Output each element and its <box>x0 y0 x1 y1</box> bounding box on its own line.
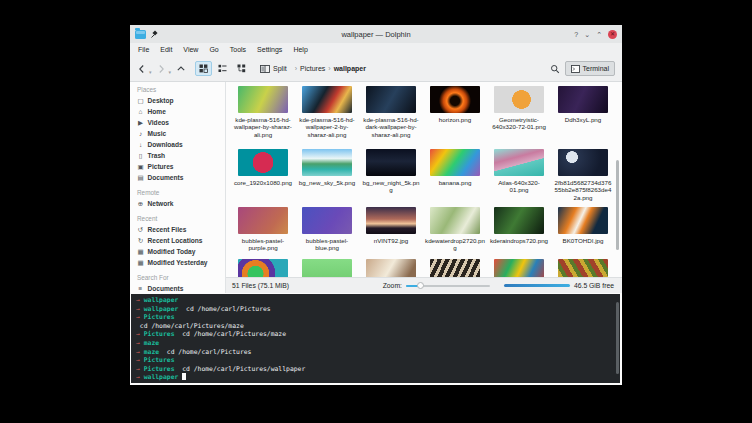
autumn-pattern-thumb[interactable] <box>558 259 608 277</box>
menu-tools[interactable]: Tools <box>230 46 246 53</box>
file-item[interactable]: kderaindrops720.png <box>487 205 551 257</box>
purple-space-thumb[interactable] <box>558 86 608 113</box>
titlebar[interactable]: wallpaper — Dolphin ? ⌄ ⌃ ✕ <box>130 25 622 43</box>
sidebar-item-documents[interactable]: ▤Documents <box>137 172 223 183</box>
sidebar-item-desktop[interactable]: ▢Desktop <box>137 95 223 106</box>
sidebar-item-downloads[interactable]: ↓Downloads <box>137 139 223 150</box>
sidebar-item-network[interactable]: ⊕Network <box>137 198 223 209</box>
menu-view[interactable]: View <box>183 46 198 53</box>
file-view[interactable]: kde-plasma-516-hd-wallpaper-by-sharaz-al… <box>226 82 622 277</box>
forward-history-caret-icon[interactable]: ▾ <box>169 69 172 75</box>
mountain-lake-thumb[interactable] <box>302 149 352 176</box>
crimson-circle-teal-thumb[interactable] <box>238 149 288 176</box>
file-item[interactable]: Ddh3xyL.png <box>551 84 615 147</box>
file-item[interactable]: banana.png <box>423 147 487 205</box>
file-view-scrollbar[interactable] <box>616 160 619 250</box>
help-button[interactable]: ? <box>574 30 578 39</box>
close-button[interactable]: ✕ <box>608 30 617 39</box>
maximize-button[interactable]: ⌃ <box>596 30 602 39</box>
menu-settings[interactable]: Settings <box>257 46 282 53</box>
zoom-slider-handle[interactable] <box>417 282 424 289</box>
sidebar-item-recent-locations[interactable]: ↻Recent Locations <box>137 235 223 246</box>
rainbow-swirl-thumb[interactable] <box>430 149 480 176</box>
dark-stripes-thumb[interactable] <box>430 259 480 277</box>
menu-edit[interactable]: Edit <box>160 46 172 53</box>
file-item[interactable] <box>231 257 295 277</box>
night-landscape-thumb[interactable] <box>366 149 416 176</box>
menu-help[interactable]: Help <box>293 46 307 53</box>
breadcrumb-wallpaper[interactable]: wallpaper <box>334 65 366 72</box>
downloads-icon: ↓ <box>137 141 144 148</box>
up-button[interactable] <box>176 64 186 73</box>
concentric-rings-thumb[interactable] <box>238 259 288 277</box>
back-button[interactable] <box>137 64 146 74</box>
bird-nature-thumb[interactable] <box>366 259 416 277</box>
sidebar-item-modified-yesterday[interactable]: ▦Modified Yesterday <box>137 257 223 268</box>
abstract-green-purple-thumb[interactable] <box>238 86 288 113</box>
zoom-slider[interactable] <box>406 282 490 290</box>
file-item[interactable] <box>423 257 487 277</box>
sidebar-item-pictures[interactable]: ▣Pictures <box>137 161 223 172</box>
file-item[interactable]: 2fb81d5682734d37655bb2e875f8263de42a.png <box>551 147 615 205</box>
file-item[interactable]: bubbles-pastel-purple.png <box>231 205 295 257</box>
file-item[interactable] <box>295 257 359 277</box>
bubbles-blue-thumb[interactable] <box>302 207 352 234</box>
sidebar-item-music[interactable]: ♪Music <box>137 128 223 139</box>
file-item[interactable] <box>551 257 615 277</box>
abstract-blue-red-thumb[interactable] <box>302 86 352 113</box>
leaf-raindrops-thumb[interactable] <box>494 207 544 234</box>
file-item[interactable]: Atlas-640x320-01.png <box>487 147 551 205</box>
file-item[interactable] <box>359 257 423 277</box>
terminal-toggle-button[interactable]: Terminal <box>565 61 615 76</box>
split-button-label: Split <box>273 65 287 72</box>
orange-circle-thumb[interactable] <box>494 86 544 113</box>
file-item[interactable]: core_1920x1080.png <box>231 147 295 205</box>
forward-button[interactable] <box>157 64 166 74</box>
terminal-scrollbar[interactable] <box>616 302 619 374</box>
minimize-button[interactable]: ⌄ <box>584 30 590 39</box>
tree-view-button[interactable] <box>233 61 250 76</box>
file-item[interactable]: nVINT92.jpg <box>359 205 423 257</box>
menu-file[interactable]: File <box>138 46 149 53</box>
file-item[interactable]: bg_new_night_5k.png <box>359 147 423 205</box>
moon-space-thumb[interactable] <box>558 149 608 176</box>
sidebar-item-videos[interactable]: ▶Videos <box>137 117 223 128</box>
sidebar-item-recent-files[interactable]: ↺Recent Files <box>137 224 223 235</box>
back-history-caret-icon[interactable]: ▾ <box>149 69 152 75</box>
colorful-noise-thumb[interactable] <box>494 259 544 277</box>
details-view-button[interactable] <box>214 61 231 76</box>
breadcrumb-pictures[interactable]: Pictures <box>300 65 325 72</box>
search-button[interactable] <box>550 64 560 74</box>
sidebar-item-home[interactable]: ⌂Home <box>137 106 223 117</box>
sidebar-item-label: Recent Files <box>148 226 187 233</box>
file-item[interactable]: bg_new_sky_5k.png <box>295 147 359 205</box>
file-item[interactable]: kde-plasma-516-hd-dark-wallpaper-by-shar… <box>359 84 423 147</box>
leaves-waterdrop-thumb[interactable] <box>430 207 480 234</box>
recent-locations-icon: ↻ <box>137 237 144 245</box>
file-item[interactable] <box>487 257 551 277</box>
sunset-dusk-thumb[interactable] <box>366 207 416 234</box>
black-hole-thumb[interactable] <box>430 86 480 113</box>
icons-view-button[interactable] <box>195 61 212 76</box>
image-placeholder-thumb[interactable] <box>302 259 352 277</box>
terminal-panel[interactable]: → wallpaper→ wallpaper cd /home/carl/Pic… <box>131 294 620 383</box>
dolphin-window: wallpaper — Dolphin ? ⌄ ⌃ ✕ FileEditView… <box>130 25 622 385</box>
sidebar-item-trash[interactable]: ▯Trash <box>137 150 223 161</box>
file-item[interactable]: horizon.png <box>423 84 487 147</box>
menu-go[interactable]: Go <box>209 46 218 53</box>
file-item[interactable]: Geometryistic-640x320-72-01.png <box>487 84 551 147</box>
file-item[interactable]: kdewaterdrop2720.png <box>423 205 487 257</box>
teal-pink-abstract-thumb[interactable] <box>494 149 544 176</box>
split-button[interactable]: Split <box>260 65 287 73</box>
file-item[interactable]: bubbles-pastel-blue.png <box>295 205 359 257</box>
sidebar-item-documents[interactable]: ≡Documents <box>137 283 223 293</box>
places-panel: Places▢Desktop⌂Home▶Videos♪Music↓Downloa… <box>130 82 226 293</box>
file-item[interactable]: kde-plasma-516-hd-wallpaper-by-sharaz-al… <box>231 84 295 147</box>
file-item[interactable]: BK0TOHDI.jpg <box>551 205 615 257</box>
koi-fish-thumb[interactable] <box>558 207 608 234</box>
bubbles-purple-thumb[interactable] <box>238 207 288 234</box>
sidebar-item-modified-today[interactable]: ▦Modified Today <box>137 246 223 257</box>
file-item[interactable]: kde-plasma-516-hd-wallpaper-2-by-sharaz-… <box>295 84 359 147</box>
icons-view-icon <box>199 64 208 73</box>
abstract-dark-thumb[interactable] <box>366 86 416 113</box>
